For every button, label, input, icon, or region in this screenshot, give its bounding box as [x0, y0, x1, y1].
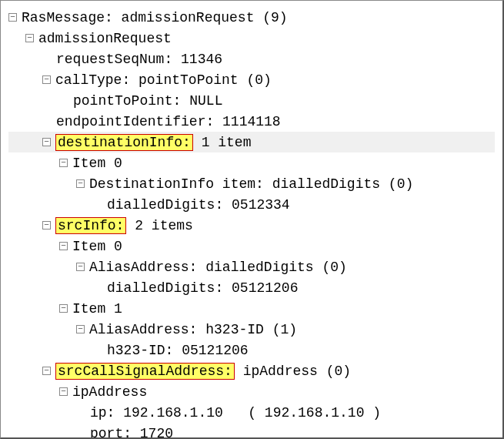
tree-row-port[interactable]: port: 1720 [8, 423, 495, 439]
tree-row-pointtopoint[interactable]: pointToPoint: NULL [8, 90, 495, 111]
node-label: ip: 192.168.1.10 ( 192.168.1.10 ) [90, 405, 381, 421]
tree-row-destinationinfo[interactable]: − destinationInfo: 1 item [8, 132, 495, 152]
tree-row-src-item1-alias[interactable]: − AliasAddress: h323-ID (1) [8, 319, 495, 340]
collapse-icon[interactable]: − [42, 221, 51, 230]
node-label: AliasAddress: h323-ID (1) [89, 322, 297, 337]
collapse-icon[interactable]: − [76, 263, 85, 271]
node-label: ipAddress [72, 384, 147, 400]
node-label: endpointIdentifier: 1114118 [56, 114, 281, 129]
node-label: Item 1 [72, 301, 122, 317]
tree-row-endpointidentifier[interactable]: endpointIdentifier: 1114118 [8, 111, 495, 132]
node-label-rest: ipAddress (0) [235, 364, 351, 379]
tree-row-calltype[interactable]: − callType: pointToPoint (0) [8, 69, 495, 90]
collapse-icon[interactable]: − [59, 304, 68, 313]
collapse-icon[interactable]: − [42, 138, 51, 146]
tree-row-src-item1-h323id[interactable]: h323-ID: 05121206 [8, 340, 495, 360]
highlight-destinationinfo: destinationInfo: [55, 134, 193, 151]
node-label: callType: pointToPoint (0) [55, 72, 272, 88]
node-label: AliasAddress: dialledDigits (0) [89, 260, 347, 275]
collapse-icon[interactable]: − [59, 159, 68, 167]
node-label: pointToPoint: NULL [73, 93, 222, 109]
tree-row-srccallsignaladdress[interactable]: − srcCallSignalAddress: ipAddress (0) [8, 360, 495, 381]
tree-row-src-item0-alias[interactable]: − AliasAddress: dialledDigits (0) [8, 256, 495, 277]
highlight-srccallsignaladdress: srcCallSignalAddress: [55, 363, 235, 380]
collapse-icon[interactable]: − [42, 75, 51, 84]
node-label-rest: 2 items [126, 218, 192, 233]
node-label: requestSeqNum: 11346 [56, 52, 222, 67]
tree-row-admissionrequest[interactable]: − admissionRequest [8, 28, 495, 49]
tree-row-srcinfo[interactable]: − srcInfo: 2 items [8, 215, 495, 236]
collapse-icon[interactable]: − [8, 13, 17, 22]
tree-row-ip[interactable]: ip: 192.168.1.10 ( 192.168.1.10 ) [8, 402, 495, 423]
highlight-srcinfo: srcInfo: [55, 217, 126, 234]
node-label: DestinationInfo item: dialledDigits (0) [89, 176, 413, 192]
tree-row-dest-dialleddigits[interactable]: dialledDigits: 0512334 [8, 194, 495, 215]
tree-row-dest-item0[interactable]: − Item 0 [8, 152, 495, 173]
node-label: port: 1720 [90, 426, 173, 440]
node-label: dialledDigits: 05121206 [107, 280, 298, 296]
collapse-icon[interactable]: − [42, 367, 51, 375]
collapse-icon[interactable]: − [25, 34, 34, 42]
node-label: h323-ID: 05121206 [107, 343, 249, 358]
tree-row-src-item0-dialleddigits[interactable]: dialledDigits: 05121206 [8, 277, 495, 298]
node-label: RasMessage: admissionRequest (9) [22, 10, 288, 25]
tree-row-src-item0[interactable]: − Item 0 [8, 236, 495, 256]
tree-row-requestseqnum[interactable]: requestSeqNum: 11346 [8, 49, 495, 69]
tree-row-destinfoitem[interactable]: − DestinationInfo item: dialledDigits (0… [8, 173, 495, 194]
tree-row-ipaddress[interactable]: − ipAddress [8, 381, 495, 402]
collapse-icon[interactable]: − [76, 179, 85, 188]
collapse-icon[interactable]: − [76, 325, 85, 333]
node-label: Item 0 [72, 156, 122, 171]
collapse-icon[interactable]: − [59, 387, 68, 396]
node-label-rest: 1 item [193, 135, 252, 150]
node-label: Item 0 [72, 239, 122, 254]
tree-row-src-item1[interactable]: − Item 1 [8, 298, 495, 319]
collapse-icon[interactable]: − [59, 242, 68, 250]
tree-row-rasmessage[interactable]: − RasMessage: admissionRequest (9) [8, 7, 495, 28]
node-label: dialledDigits: 0512334 [107, 197, 290, 213]
node-label: admissionRequest [38, 31, 172, 46]
